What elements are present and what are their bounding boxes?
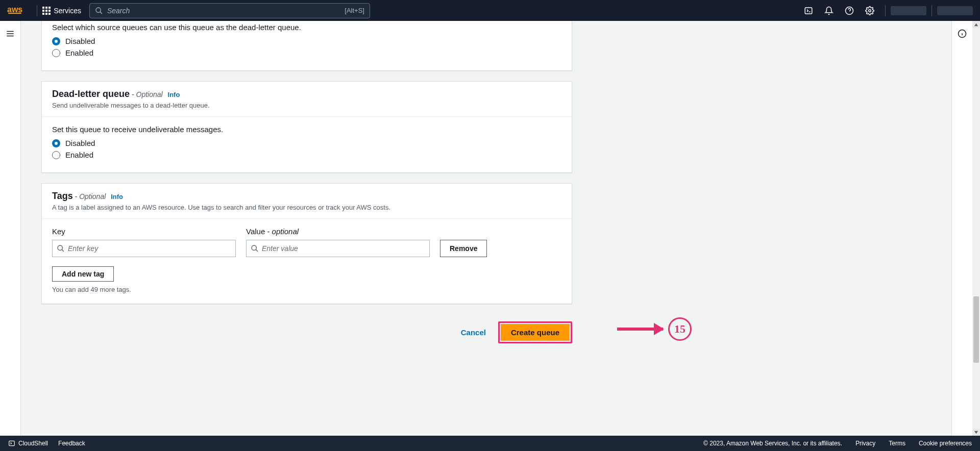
redrive-radio-enabled[interactable]: Enabled: [52, 48, 561, 57]
main-content: Select which source queues can use this …: [21, 21, 951, 436]
tutorial-annotation: 15: [617, 317, 692, 341]
svg-point-13: [58, 245, 62, 250]
vertical-scrollbar[interactable]: [972, 21, 980, 436]
dlq-panel: Dead-letter queue - Optional Info Send u…: [41, 81, 572, 173]
create-queue-button[interactable]: Create queue: [501, 324, 570, 341]
tag-key-input[interactable]: [68, 244, 231, 253]
dlq-optional: - Optional: [130, 90, 163, 98]
redrive-field-label: Select which source queues can use this …: [52, 23, 561, 32]
svg-marker-18: [974, 431, 978, 433]
side-nav-toggle[interactable]: [6, 29, 15, 38]
scroll-thumb[interactable]: [973, 296, 979, 363]
dlq-info-link[interactable]: Info: [168, 91, 180, 98]
privacy-link[interactable]: Privacy: [855, 440, 875, 447]
svg-line-14: [62, 249, 64, 252]
radio-label: Disabled: [65, 139, 95, 147]
svg-point-6: [869, 9, 871, 12]
right-side-rail: [951, 21, 972, 436]
create-queue-highlight: Create queue: [498, 321, 572, 343]
radio-icon: [52, 49, 60, 57]
scroll-up-button[interactable]: [972, 21, 980, 28]
add-new-tag-button[interactable]: Add new tag: [52, 266, 114, 282]
tag-key-input-wrap[interactable]: [52, 240, 236, 257]
svg-marker-17: [974, 23, 978, 26]
svg-point-0: [96, 8, 101, 12]
terms-link[interactable]: Terms: [889, 440, 905, 447]
arrow-icon: [617, 328, 663, 331]
tags-title: Tags: [52, 191, 73, 201]
radio-label: Enabled: [65, 48, 93, 57]
tags-remaining-hint: You can add 49 more tags.: [52, 286, 561, 293]
scroll-track[interactable]: [973, 28, 979, 429]
dlq-field-label: Set this queue to receive undeliverable …: [52, 125, 561, 134]
step-number-text: 15: [674, 322, 685, 336]
step-number-badge: 15: [668, 317, 692, 341]
dlq-radio-enabled[interactable]: Enabled: [52, 151, 561, 159]
left-side-rail: [0, 21, 21, 436]
account-menu[interactable]: [937, 6, 973, 15]
dlq-subtitle: Send undeliverable messages to a dead-le…: [52, 102, 561, 109]
radio-icon: [52, 151, 60, 159]
aws-logo[interactable]: aws: [7, 6, 22, 15]
global-search[interactable]: [Alt+S]: [89, 3, 370, 18]
radio-icon: [52, 139, 60, 147]
tag-value-label: Value - optional: [246, 227, 430, 236]
tags-subtitle: A tag is a label assigned to an AWS reso…: [52, 204, 561, 211]
dlq-radio-disabled[interactable]: Disabled: [52, 139, 561, 147]
cloudshell-label: CloudShell: [18, 440, 48, 447]
copyright-text: © 2023, Amazon Web Services, Inc. or its…: [703, 440, 842, 447]
search-icon: [251, 244, 259, 253]
nav-right-group: [798, 1, 973, 21]
cloudshell-icon[interactable]: [798, 1, 819, 21]
services-grid-icon: [42, 7, 51, 15]
remove-tag-button[interactable]: Remove: [440, 240, 487, 257]
footer-bar: CloudShell Feedback © 2023, Amazon Web S…: [0, 436, 980, 451]
aws-logo-smile-icon: [8, 13, 21, 15]
divider: [885, 5, 886, 16]
scroll-down-button[interactable]: [972, 429, 980, 436]
notifications-icon[interactable]: [819, 1, 839, 21]
search-shortcut-hint: [Alt+S]: [345, 7, 364, 14]
help-panel-toggle[interactable]: [958, 29, 967, 38]
svg-line-16: [256, 249, 258, 252]
tag-value-input[interactable]: [262, 244, 425, 253]
region-selector[interactable]: [891, 6, 926, 15]
divider: [932, 5, 932, 16]
svg-point-15: [252, 245, 256, 250]
redrive-policy-panel: Select which source queues can use this …: [41, 21, 572, 71]
cancel-button[interactable]: Cancel: [461, 328, 486, 337]
form-action-bar: Cancel Create queue 15: [41, 314, 572, 350]
tag-value-input-wrap[interactable]: [246, 240, 430, 257]
divider: [37, 5, 37, 16]
tag-value-label-text: Value -: [246, 227, 272, 236]
svg-line-1: [100, 12, 102, 14]
cookie-preferences-link[interactable]: Cookie preferences: [919, 440, 972, 447]
help-icon[interactable]: [839, 1, 860, 21]
cloudshell-link[interactable]: CloudShell: [8, 440, 48, 447]
tags-panel: Tags - Optional Info A tag is a label as…: [41, 183, 572, 304]
dlq-title: Dead-letter queue: [52, 89, 130, 99]
settings-icon[interactable]: [860, 1, 880, 21]
services-menu-button[interactable]: Services: [42, 7, 81, 15]
tag-value-optional: optional: [272, 227, 299, 236]
search-icon: [57, 244, 65, 253]
feedback-link[interactable]: Feedback: [58, 440, 85, 447]
radio-icon: [52, 37, 60, 45]
search-input[interactable]: [107, 7, 345, 15]
tags-info-link[interactable]: Info: [111, 193, 123, 201]
top-navbar: aws Services [Alt+S]: [0, 0, 980, 21]
redrive-radio-disabled[interactable]: Disabled: [52, 37, 561, 45]
tag-row: Key Value - optional: [52, 227, 561, 257]
services-label: Services: [54, 7, 81, 15]
search-icon: [95, 7, 103, 15]
radio-label: Disabled: [65, 37, 95, 45]
tags-optional: - Optional: [73, 192, 106, 201]
tag-key-label: Key: [52, 227, 236, 236]
radio-label: Enabled: [65, 151, 93, 159]
